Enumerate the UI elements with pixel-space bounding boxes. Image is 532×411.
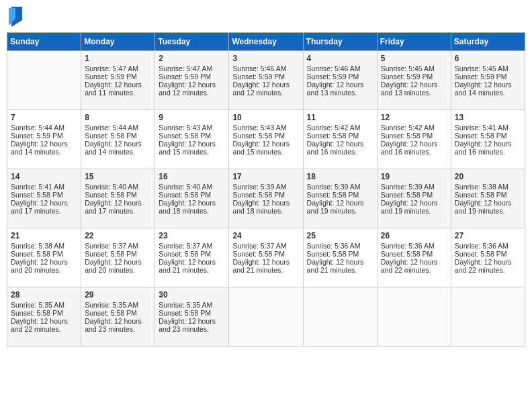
day-info: Daylight: 12 hours <box>85 199 151 207</box>
calendar-cell: 23Sunrise: 5:37 AMSunset: 5:58 PMDayligh… <box>155 228 229 287</box>
day-info: Daylight: 12 hours <box>232 140 299 148</box>
day-header-thursday: Thursday <box>303 33 377 51</box>
day-info: Sunrise: 5:45 AM <box>381 64 447 73</box>
day-number: 9 <box>159 113 225 122</box>
day-info: Sunrise: 5:35 AM <box>11 301 77 309</box>
day-info: and 17 minutes. <box>85 207 151 215</box>
day-info: Sunset: 5:58 PM <box>381 132 447 140</box>
day-info: and 12 minutes. <box>159 89 225 97</box>
day-info: Daylight: 12 hours <box>11 258 77 266</box>
day-info: and 11 minutes. <box>85 89 151 97</box>
day-number: 15 <box>85 172 151 181</box>
day-info: Sunset: 5:58 PM <box>159 250 225 258</box>
day-info: and 21 minutes. <box>159 266 225 274</box>
day-info: Sunrise: 5:36 AM <box>381 242 447 250</box>
day-number: 24 <box>232 231 299 240</box>
day-info: Daylight: 12 hours <box>232 258 299 266</box>
calendar-cell: 28Sunrise: 5:35 AMSunset: 5:58 PMDayligh… <box>7 287 81 347</box>
day-info: Sunset: 5:58 PM <box>307 250 373 258</box>
day-info: Daylight: 12 hours <box>85 258 151 266</box>
day-info: Sunrise: 5:43 AM <box>159 124 225 132</box>
day-info: and 15 minutes. <box>232 148 299 156</box>
day-info: Sunset: 5:58 PM <box>307 191 373 199</box>
calendar-cell: 26Sunrise: 5:36 AMSunset: 5:58 PMDayligh… <box>377 228 451 287</box>
day-info: and 23 minutes. <box>159 325 225 333</box>
day-info: Sunset: 5:59 PM <box>11 132 77 140</box>
day-info: Daylight: 12 hours <box>159 81 225 89</box>
calendar-cell: 5Sunrise: 5:45 AMSunset: 5:59 PMDaylight… <box>377 51 451 110</box>
day-info: and 22 minutes. <box>455 266 521 274</box>
calendar-cell: 16Sunrise: 5:40 AMSunset: 5:58 PMDayligh… <box>155 169 229 228</box>
day-info: Sunrise: 5:37 AM <box>159 242 225 250</box>
day-info: Daylight: 12 hours <box>381 140 447 148</box>
day-info: Daylight: 12 hours <box>159 140 225 148</box>
day-number: 29 <box>85 290 151 300</box>
day-info: Sunset: 5:58 PM <box>11 191 77 199</box>
calendar-cell: 15Sunrise: 5:40 AMSunset: 5:58 PMDayligh… <box>81 169 155 228</box>
day-header-row: SundayMondayTuesdayWednesdayThursdayFrid… <box>7 33 525 51</box>
calendar-cell: 9Sunrise: 5:43 AMSunset: 5:58 PMDaylight… <box>155 110 229 169</box>
day-info: Sunrise: 5:38 AM <box>11 242 77 250</box>
day-info: and 18 minutes. <box>159 207 225 215</box>
day-info: Sunset: 5:58 PM <box>381 191 447 199</box>
day-info: Sunrise: 5:35 AM <box>159 301 225 309</box>
day-info: Sunrise: 5:44 AM <box>85 124 151 132</box>
calendar-cell: 18Sunrise: 5:39 AMSunset: 5:58 PMDayligh… <box>303 169 377 228</box>
day-info: and 14 minutes. <box>85 148 151 156</box>
calendar-cell <box>451 287 525 347</box>
day-info: Sunset: 5:58 PM <box>232 250 299 258</box>
day-number: 21 <box>11 231 77 240</box>
day-info: Sunrise: 5:42 AM <box>307 124 373 132</box>
day-number: 26 <box>381 231 447 240</box>
day-header-saturday: Saturday <box>451 33 525 51</box>
logo <box>7 7 22 27</box>
day-info: Sunset: 5:58 PM <box>85 191 151 199</box>
day-info: Daylight: 12 hours <box>159 317 225 325</box>
day-info: and 16 minutes. <box>455 148 521 156</box>
day-info: Daylight: 12 hours <box>455 258 521 266</box>
calendar-cell: 14Sunrise: 5:41 AMSunset: 5:58 PMDayligh… <box>7 169 81 228</box>
day-number: 28 <box>11 290 77 300</box>
day-info: Sunrise: 5:35 AM <box>85 301 151 309</box>
day-info: Sunrise: 5:39 AM <box>232 183 299 191</box>
day-info: Daylight: 12 hours <box>232 81 299 89</box>
day-info: and 14 minutes. <box>11 148 77 156</box>
day-info: Daylight: 12 hours <box>307 140 373 148</box>
day-info: and 13 minutes. <box>307 89 373 97</box>
day-info: and 21 minutes. <box>307 266 373 274</box>
day-number: 8 <box>85 113 151 122</box>
day-info: Daylight: 12 hours <box>455 81 521 89</box>
week-row-1: 1Sunrise: 5:47 AMSunset: 5:59 PMDaylight… <box>7 51 525 110</box>
day-info: Sunset: 5:58 PM <box>85 309 151 317</box>
calendar-cell: 10Sunrise: 5:43 AMSunset: 5:58 PMDayligh… <box>229 110 303 169</box>
day-info: Daylight: 12 hours <box>11 140 77 148</box>
day-info: Sunrise: 5:42 AM <box>381 124 447 132</box>
day-number: 19 <box>381 172 447 181</box>
day-info: Daylight: 12 hours <box>232 199 299 207</box>
day-number: 16 <box>159 172 225 181</box>
day-info: and 19 minutes. <box>307 207 373 215</box>
day-info: and 12 minutes. <box>232 89 299 97</box>
calendar-cell: 19Sunrise: 5:39 AMSunset: 5:58 PMDayligh… <box>377 169 451 228</box>
day-number: 22 <box>85 231 151 240</box>
day-info: Daylight: 12 hours <box>381 258 447 266</box>
day-info: Sunrise: 5:39 AM <box>381 183 447 191</box>
day-number: 14 <box>11 172 77 181</box>
calendar-cell <box>229 287 303 347</box>
calendar-cell: 29Sunrise: 5:35 AMSunset: 5:58 PMDayligh… <box>81 287 155 347</box>
day-info: Sunset: 5:59 PM <box>455 73 521 81</box>
day-number: 12 <box>381 113 447 122</box>
day-number: 3 <box>232 54 299 63</box>
day-info: and 22 minutes. <box>11 325 77 333</box>
day-header-friday: Friday <box>377 33 451 51</box>
day-info: Sunrise: 5:43 AM <box>232 124 299 132</box>
day-header-wednesday: Wednesday <box>229 33 303 51</box>
day-info: and 15 minutes. <box>159 148 225 156</box>
day-info: and 19 minutes. <box>455 207 521 215</box>
calendar-cell: 13Sunrise: 5:41 AMSunset: 5:58 PMDayligh… <box>451 110 525 169</box>
day-info: and 21 minutes. <box>232 266 299 274</box>
calendar-cell: 7Sunrise: 5:44 AMSunset: 5:59 PMDaylight… <box>7 110 81 169</box>
day-info: Sunrise: 5:39 AM <box>307 183 373 191</box>
calendar-cell: 17Sunrise: 5:39 AMSunset: 5:58 PMDayligh… <box>229 169 303 228</box>
day-info: Daylight: 12 hours <box>85 140 151 148</box>
